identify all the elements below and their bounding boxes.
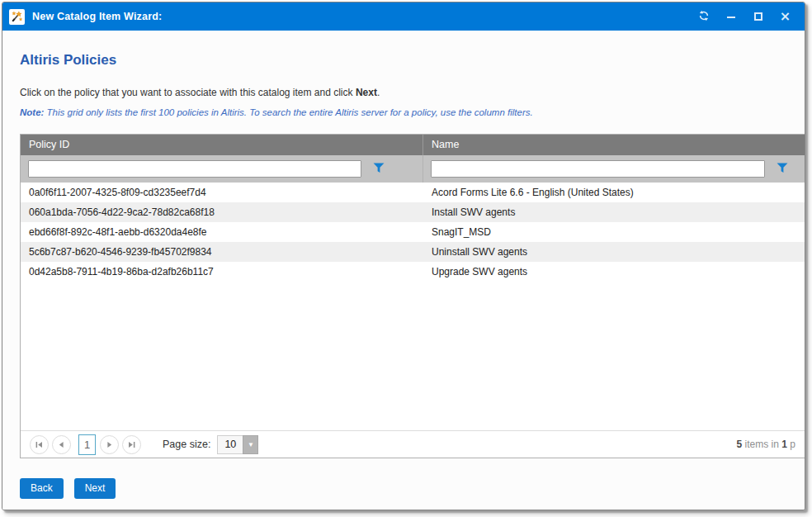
table-row[interactable]: 0d42a5b8-7911-4b19-86ba-d2afb26b11c7 Upg… [21, 262, 805, 282]
refresh-icon [698, 10, 710, 24]
wizard-icon [9, 9, 25, 25]
column-header-policy-id[interactable]: Policy ID [21, 135, 423, 155]
page-size-dropdown-button[interactable]: ▼ [243, 435, 258, 454]
current-page-indicator[interactable]: 1 [78, 434, 96, 455]
instruction-suffix: . [377, 87, 380, 98]
policy-id-cell: 5c6b7c87-b620-4546-9239-fb45702f9834 [21, 242, 423, 262]
prev-page-button[interactable] [52, 435, 71, 454]
items-count-mid: items in [742, 439, 781, 450]
table-row[interactable]: ebd66f8f-892c-48f1-aebb-d6320da4e8fe Sna… [21, 222, 805, 242]
window-title: New Catalog Item Wizard: [32, 11, 163, 22]
first-page-button[interactable] [30, 435, 49, 454]
titlebar: New Catalog Item Wizard: [2, 2, 805, 31]
note-text: Note: This grid only lists the first 100… [20, 107, 787, 117]
instruction-text: Click on the policy that you want to ass… [20, 87, 787, 98]
table-row[interactable]: 060a1bda-7056-4d22-9ca2-78d82ca68f18 Ins… [21, 202, 805, 222]
page-size-value[interactable]: 10 [217, 435, 243, 454]
next-page-button[interactable] [100, 435, 119, 454]
next-page-icon [106, 441, 113, 448]
grid-empty-area [21, 282, 805, 430]
page-title: Altiris Policies [20, 52, 787, 69]
chevron-down-icon: ▼ [248, 441, 254, 448]
filter-funnel-icon [777, 163, 788, 176]
page-size-dropdown: 10 ▼ [217, 435, 258, 454]
grid-rows: 0a0f6f11-2007-4325-8f09-cd3235eef7d4 Aco… [21, 183, 805, 282]
grid-header: Policy ID Name [21, 135, 805, 155]
name-cell: Uninstall SWV agents [423, 242, 805, 262]
name-cell: Install SWV agents [423, 202, 805, 222]
instruction-bold-word: Next [356, 87, 377, 98]
policy-id-cell: ebd66f8f-892c-48f1-aebb-d6320da4e8fe [21, 222, 423, 242]
wizard-buttons: Back Next [20, 478, 787, 499]
policies-grid: Policy ID Name [20, 134, 805, 458]
items-count-summary: 5 items in 1 p [737, 439, 800, 450]
pager: 1 Page size: [21, 430, 805, 458]
policy-id-cell: 0a0f6f11-2007-4325-8f09-cd3235eef7d4 [21, 183, 423, 202]
name-filter-cell [423, 155, 805, 183]
pages-count: 1 [781, 439, 787, 450]
items-count-tail: p [787, 439, 795, 450]
window-controls: × [696, 9, 793, 25]
name-cell: Upgrade SWV agents [423, 262, 805, 282]
page-size-label: Page size: [163, 439, 210, 450]
note-label: Note: [20, 107, 44, 117]
filter-row [21, 155, 805, 183]
name-cell: Acord Forms Lite 6.6 - English (United S… [423, 183, 805, 202]
last-page-icon [128, 441, 135, 448]
policy-id-cell: 0d42a5b8-7911-4b19-86ba-d2afb26b11c7 [21, 262, 423, 282]
instruction-prefix: Click on the policy that you want to ass… [20, 87, 356, 98]
refresh-button[interactable] [696, 9, 711, 25]
policy-id-filter-cell [21, 155, 423, 183]
policy-id-cell: 060a1bda-7056-4d22-9ca2-78d82ca68f18 [21, 202, 423, 222]
column-header-name[interactable]: Name [423, 135, 805, 155]
close-icon: × [780, 10, 791, 23]
prev-page-icon [58, 441, 65, 448]
wizard-window: New Catalog Item Wizard: [2, 2, 805, 510]
name-filter-button[interactable] [772, 159, 793, 179]
note-body: This grid only lists the first 100 polic… [44, 107, 532, 117]
first-page-icon [35, 441, 43, 448]
policy-id-filter-button[interactable] [368, 159, 389, 179]
name-cell: SnagIT_MSD [423, 222, 805, 242]
last-page-button[interactable] [122, 435, 141, 454]
policy-id-filter-input[interactable] [28, 160, 361, 178]
filter-funnel-icon [373, 163, 385, 176]
table-row[interactable]: 0a0f6f11-2007-4325-8f09-cd3235eef7d4 Aco… [21, 183, 805, 202]
close-button[interactable]: × [777, 9, 793, 25]
maximize-icon [754, 12, 762, 21]
maximize-button[interactable] [750, 9, 766, 25]
minimize-icon [727, 17, 735, 18]
back-button[interactable]: Back [20, 478, 64, 499]
table-row[interactable]: 5c6b7c87-b620-4546-9239-fb45702f9834 Uni… [21, 242, 805, 262]
next-button[interactable]: Next [74, 478, 116, 499]
wizard-content: Altiris Policies Click on the policy tha… [2, 31, 805, 510]
minimize-button[interactable] [723, 9, 739, 25]
name-filter-input[interactable] [431, 160, 765, 178]
